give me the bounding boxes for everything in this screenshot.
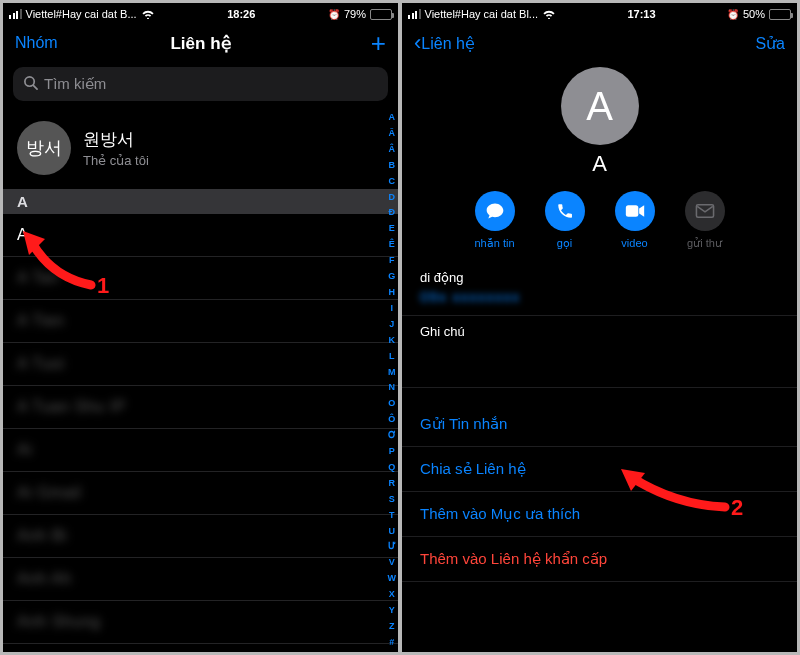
index-letter[interactable]: K [389, 336, 396, 346]
alpha-index[interactable]: AĂÂBCDĐEÊFGHIJKLMNOÔƠPQRSTUƯVWXYZ# [388, 113, 397, 648]
index-letter[interactable]: L [389, 352, 395, 362]
index-letter[interactable]: V [389, 558, 395, 568]
index-letter[interactable]: T [389, 511, 395, 521]
index-letter[interactable]: F [389, 256, 395, 266]
index-letter[interactable]: # [389, 638, 394, 648]
annotation-number: 2 [731, 495, 743, 521]
index-letter[interactable]: I [390, 304, 393, 314]
index-letter[interactable]: Q [388, 463, 395, 473]
index-letter[interactable]: Ă [389, 129, 396, 139]
section-header: A [3, 189, 398, 214]
my-card[interactable]: 방서 원방서 Thẻ của tôi [3, 111, 398, 189]
contact-avatar: A [561, 67, 639, 145]
back-button[interactable]: ‹ Liên hệ [414, 30, 475, 56]
index-letter[interactable]: O [388, 399, 395, 409]
contact-row[interactable]: A Tien [3, 300, 398, 343]
annotation-number: 1 [97, 273, 109, 299]
index-letter[interactable]: X [389, 590, 395, 600]
index-letter[interactable]: Â [389, 145, 396, 155]
wifi-icon [542, 9, 556, 19]
mail-icon [685, 191, 725, 231]
index-letter[interactable]: B [389, 161, 396, 171]
contact-row[interactable]: A Tuoi [3, 343, 398, 386]
message-button[interactable]: nhắn tin [474, 191, 514, 250]
status-bar: Viettel#Hay cai dat B... 18:26 ⏰ 79% [3, 3, 398, 23]
signal-icon [408, 9, 421, 19]
alarm-icon: ⏰ [328, 9, 340, 20]
add-contact-button[interactable]: + [371, 28, 386, 59]
index-letter[interactable]: S [389, 495, 395, 505]
svg-line-1 [33, 85, 37, 89]
index-letter[interactable]: U [389, 527, 396, 537]
index-letter[interactable]: E [389, 224, 395, 234]
index-letter[interactable]: Ư [388, 542, 396, 552]
contact-name: A [402, 151, 797, 177]
video-icon [615, 191, 655, 231]
call-button[interactable]: gọi [545, 191, 585, 250]
nav-bar: ‹ Liên hệ Sửa [402, 23, 797, 63]
page-title: Liên hệ [170, 33, 230, 54]
contact-row[interactable]: Ai Gmail [3, 472, 398, 515]
index-letter[interactable]: N [389, 383, 396, 393]
contact-detail-screen: Viettel#Hay cai dat Bl... 17:13 ⏰ 50% ‹ … [402, 3, 797, 652]
status-time: 18:26 [227, 8, 255, 20]
contact-row[interactable]: Anh yen Audio [3, 644, 398, 652]
annotation-arrow-2: 2 [615, 463, 735, 523]
annotation-arrow-1: 1 [21, 229, 111, 299]
edit-button[interactable]: Sửa [725, 34, 785, 53]
my-card-sub: Thẻ của tôi [83, 153, 149, 168]
notes-row[interactable]: Ghi chú [402, 316, 797, 388]
contacts-list-screen: Viettel#Hay cai dat B... 18:26 ⏰ 79% Nhó… [3, 3, 398, 652]
battery-icon [370, 9, 392, 20]
search-icon [23, 75, 38, 93]
carrier-text: Viettel#Hay cai dat Bl... [425, 8, 539, 20]
index-letter[interactable]: J [389, 320, 394, 330]
add-emergency-link[interactable]: Thêm vào Liên hệ khẩn cấp [402, 537, 797, 582]
search-input[interactable]: Tìm kiếm [13, 67, 388, 101]
index-letter[interactable]: Z [389, 622, 395, 632]
phone-icon [545, 191, 585, 231]
send-message-link[interactable]: Gửi Tin nhắn [402, 402, 797, 447]
status-time: 17:13 [627, 8, 655, 20]
nav-bar: Nhóm Liên hệ + [3, 23, 398, 63]
battery-pct: 50% [743, 8, 765, 20]
index-letter[interactable]: D [389, 193, 396, 203]
alarm-icon: ⏰ [727, 9, 739, 20]
index-letter[interactable]: Đ [389, 208, 396, 218]
signal-icon [9, 9, 22, 19]
my-card-name: 원방서 [83, 128, 149, 151]
share-contact-link[interactable]: Chia sẻ Liên hệ [402, 447, 797, 492]
carrier-text: Viettel#Hay cai dat B... [26, 8, 137, 20]
contact-row[interactable]: A Tuan Shu IP [3, 386, 398, 429]
contact-row[interactable]: Ai [3, 429, 398, 472]
video-button[interactable]: video [615, 191, 655, 250]
svg-rect-3 [625, 205, 638, 217]
index-letter[interactable]: Ô [388, 415, 395, 425]
chevron-left-icon: ‹ [414, 30, 421, 56]
groups-button[interactable]: Nhóm [15, 34, 75, 52]
contact-row[interactable]: Anh Bi [3, 515, 398, 558]
index-letter[interactable]: P [389, 447, 395, 457]
index-letter[interactable]: R [389, 479, 396, 489]
contact-row[interactable]: Anh Shung [3, 601, 398, 644]
search-placeholder: Tìm kiếm [44, 75, 106, 93]
index-letter[interactable]: G [388, 272, 395, 282]
status-bar: Viettel#Hay cai dat Bl... 17:13 ⏰ 50% [402, 3, 797, 23]
index-letter[interactable]: Ơ [388, 431, 396, 441]
action-row: nhắn tin gọi video [402, 191, 797, 250]
index-letter[interactable]: W [388, 574, 397, 584]
avatar: 방서 [17, 121, 71, 175]
message-icon [475, 191, 515, 231]
mail-button: gửi thư [685, 191, 725, 250]
index-letter[interactable]: C [389, 177, 396, 187]
index-letter[interactable]: A [389, 113, 396, 123]
contact-row[interactable]: Anh Ah [3, 558, 398, 601]
battery-pct: 79% [344, 8, 366, 20]
index-letter[interactable]: H [389, 288, 396, 298]
phone-row[interactable]: di động 09x xxxxxxxx [402, 262, 797, 316]
index-letter[interactable]: Y [389, 606, 395, 616]
wifi-icon [141, 9, 155, 19]
index-letter[interactable]: M [388, 368, 396, 378]
index-letter[interactable]: Ê [389, 240, 395, 250]
battery-icon [769, 9, 791, 20]
